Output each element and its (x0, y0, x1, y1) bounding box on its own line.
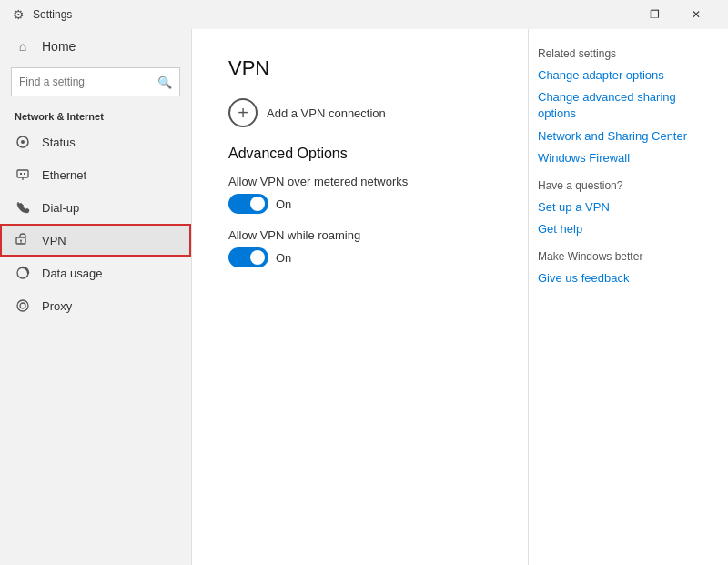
home-icon: ⌂ (15, 38, 31, 55)
toggle-metered-switch[interactable] (228, 194, 268, 214)
have-question-title: Have a question? (538, 179, 710, 192)
link-network-sharing-center[interactable]: Network and Sharing Center (538, 128, 710, 145)
search-input[interactable] (19, 76, 157, 88)
link-set-up-vpn[interactable]: Set up a VPN (538, 199, 710, 216)
toggle-track (228, 247, 268, 267)
proxy-icon (15, 298, 31, 314)
sidebar-item-vpn[interactable]: VPN (0, 224, 191, 257)
add-vpn-button[interactable]: + Add a VPN connection (228, 98, 491, 127)
toggle-metered-label: Allow VPN over metered networks (228, 175, 491, 188)
sidebar-item-dialup[interactable]: Dial-up (0, 191, 191, 224)
link-change-adapter[interactable]: Change adapter options (538, 67, 710, 84)
minimize-button[interactable]: — (592, 0, 633, 29)
titlebar: ⚙ Settings — ❐ ✕ (0, 0, 728, 29)
toggle-track (228, 194, 268, 214)
settings-icon: ⚙ (11, 7, 25, 22)
related-settings-title: Related settings (538, 47, 710, 60)
link-change-sharing[interactable]: Change advanced sharing options (538, 89, 710, 122)
sidebar-item-label: Status (42, 136, 76, 149)
sidebar-section-title: Network & Internet (0, 106, 191, 126)
add-vpn-label: Add a VPN connection (267, 106, 386, 120)
link-give-feedback[interactable]: Give us feedback (538, 270, 710, 287)
svg-rect-4 (24, 173, 25, 175)
sidebar-item-proxy[interactable]: Proxy (0, 289, 191, 322)
sidebar-item-label: Data usage (42, 267, 103, 280)
toggle-roaming: Allow VPN while roaming On (228, 228, 491, 267)
link-get-help[interactable]: Get help (538, 221, 710, 237)
toggle-roaming-switch[interactable] (228, 247, 268, 267)
toggle-thumb (250, 197, 265, 211)
sidebar-item-label: VPN (42, 234, 66, 247)
svg-point-7 (20, 240, 22, 242)
titlebar-controls: — ❐ ✕ (592, 0, 717, 29)
sidebar-item-data-usage[interactable]: Data usage (0, 257, 191, 289)
titlebar-left: ⚙ Settings (11, 7, 592, 22)
svg-point-11 (20, 303, 25, 308)
svg-rect-2 (17, 170, 28, 177)
close-button[interactable]: ✕ (675, 0, 717, 29)
plus-circle-icon: + (228, 98, 258, 127)
search-icon: 🔍 (157, 76, 172, 89)
toggle-metered-state: On (276, 197, 291, 211)
svg-point-10 (17, 300, 28, 311)
svg-point-1 (21, 140, 25, 144)
right-panel: Related settings Change adapter options … (528, 29, 728, 565)
sidebar: ⌂ Home 🔍 Network & Internet Status Ether… (0, 29, 191, 565)
sidebar-item-home[interactable]: ⌂ Home (0, 29, 191, 64)
sidebar-item-ethernet[interactable]: Ethernet (0, 158, 191, 191)
sidebar-item-label: Proxy (42, 299, 72, 313)
svg-rect-3 (20, 173, 22, 175)
titlebar-title: Settings (33, 8, 72, 21)
svg-rect-8 (21, 242, 22, 244)
app-body: ⌂ Home 🔍 Network & Internet Status Ether… (0, 29, 728, 565)
vpn-icon (15, 232, 31, 248)
make-better-title: Make Windows better (538, 250, 710, 263)
data-usage-icon (15, 265, 31, 281)
toggle-roaming-label: Allow VPN while roaming (228, 228, 491, 242)
search-box[interactable]: 🔍 (11, 67, 180, 96)
sidebar-item-label: Dial-up (42, 201, 79, 215)
advanced-options-title: Advanced Options (228, 146, 491, 162)
restore-button[interactable]: ❐ (633, 0, 675, 29)
toggle-metered-networks: Allow VPN over metered networks On (228, 175, 491, 214)
sidebar-item-label: Ethernet (42, 168, 86, 182)
dialup-icon (15, 199, 31, 216)
main-content: VPN + Add a VPN connection Advanced Opti… (191, 29, 528, 565)
toggle-thumb (250, 250, 265, 265)
status-icon (15, 134, 31, 150)
ethernet-icon (15, 166, 31, 183)
home-label: Home (42, 39, 76, 54)
toggle-roaming-state: On (276, 251, 291, 265)
sidebar-item-status[interactable]: Status (0, 126, 191, 158)
page-title: VPN (228, 56, 491, 80)
link-windows-firewall[interactable]: Windows Firewall (538, 150, 710, 166)
